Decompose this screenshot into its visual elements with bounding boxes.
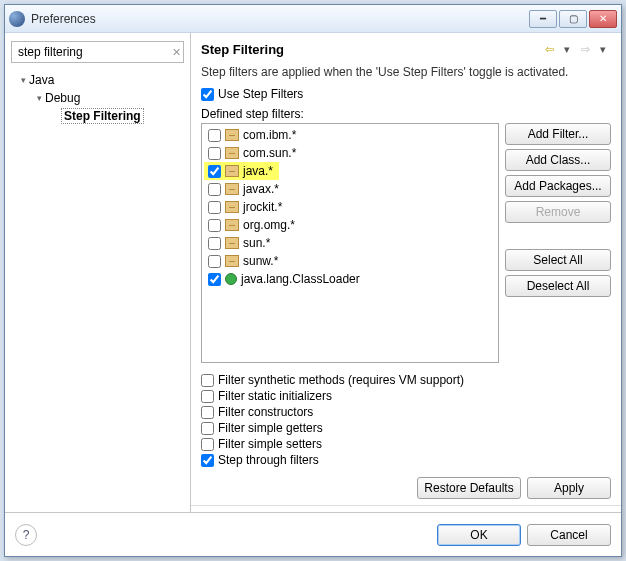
- filter-checkbox[interactable]: [208, 183, 221, 196]
- bottom-bar: ? OK Cancel: [5, 512, 621, 556]
- option-checkbox[interactable]: [201, 454, 214, 467]
- package-icon: [225, 129, 239, 141]
- nav-pane: ✕ ▾Java▾DebugStep Filtering: [5, 33, 191, 512]
- tree-twisty-icon[interactable]: ▾: [33, 93, 45, 103]
- filter-checkbox[interactable]: [208, 237, 221, 250]
- maximize-button[interactable]: ▢: [559, 10, 587, 28]
- option-checkbox[interactable]: [201, 390, 214, 403]
- option-label: Step through filters: [218, 453, 319, 467]
- defined-filters-list[interactable]: com.ibm.*com.sun.*java.*javax.*jrockit.*…: [201, 123, 499, 363]
- filter-checkbox[interactable]: [208, 129, 221, 142]
- filter-row[interactable]: sun.*: [204, 234, 496, 252]
- apply-button[interactable]: Apply: [527, 477, 611, 499]
- use-step-filters-row[interactable]: Use Step Filters: [201, 87, 611, 101]
- filter-options: Filter synthetic methods (requires VM su…: [201, 371, 611, 469]
- divider: [191, 505, 621, 506]
- package-icon: [225, 237, 239, 249]
- remove-button[interactable]: Remove: [505, 201, 611, 223]
- ok-button[interactable]: OK: [437, 524, 521, 546]
- package-icon: [225, 183, 239, 195]
- filter-label: com.sun.*: [243, 146, 296, 160]
- forward-button[interactable]: ⇨: [577, 41, 593, 57]
- package-icon: [225, 201, 239, 213]
- page-title: Step Filtering: [201, 42, 539, 57]
- page-pane: Step Filtering ⇦ ▾ ⇨ ▾ Step filters are …: [191, 33, 621, 512]
- add-filter-button[interactable]: Add Filter...: [505, 123, 611, 145]
- option-row[interactable]: Step through filters: [201, 453, 611, 467]
- option-row[interactable]: Filter simple getters: [201, 421, 611, 435]
- select-all-button[interactable]: Select All: [505, 249, 611, 271]
- option-row[interactable]: Filter static initializers: [201, 389, 611, 403]
- filter-label: sun.*: [243, 236, 270, 250]
- package-icon: [225, 219, 239, 231]
- option-checkbox[interactable]: [201, 422, 214, 435]
- titlebar[interactable]: Preferences ━ ▢ ✕: [5, 5, 621, 33]
- filter-checkbox[interactable]: [208, 147, 221, 160]
- option-row[interactable]: Filter simple setters: [201, 437, 611, 451]
- filter-label: java.*: [243, 164, 273, 178]
- clear-search-icon[interactable]: ✕: [170, 46, 183, 59]
- filter-row[interactable]: com.ibm.*: [204, 126, 496, 144]
- filter-label: org.omg.*: [243, 218, 295, 232]
- filter-row[interactable]: sunw.*: [204, 252, 496, 270]
- page-menu-icon[interactable]: ▾: [595, 41, 611, 57]
- option-checkbox[interactable]: [201, 374, 214, 387]
- cancel-button[interactable]: Cancel: [527, 524, 611, 546]
- filter-row[interactable]: javax.*: [204, 180, 496, 198]
- filter-checkbox[interactable]: [208, 255, 221, 268]
- filter-row[interactable]: java.lang.ClassLoader: [204, 270, 496, 288]
- filter-row[interactable]: com.sun.*: [204, 144, 496, 162]
- filter-label: sunw.*: [243, 254, 278, 268]
- back-button[interactable]: ⇦: [541, 41, 557, 57]
- tree-twisty-icon[interactable]: ▾: [17, 75, 29, 85]
- defined-filters-label: Defined step filters:: [201, 107, 611, 121]
- minimize-button[interactable]: ━: [529, 10, 557, 28]
- filter-checkbox[interactable]: [208, 273, 221, 286]
- preferences-tree[interactable]: ▾Java▾DebugStep Filtering: [11, 69, 184, 504]
- use-step-filters-checkbox[interactable]: [201, 88, 214, 101]
- back-menu-icon[interactable]: ▾: [559, 41, 575, 57]
- filter-search-input[interactable]: [16, 44, 170, 60]
- filter-label: java.lang.ClassLoader: [241, 272, 360, 286]
- add-class-button[interactable]: Add Class...: [505, 149, 611, 171]
- tree-item[interactable]: ▾Debug: [13, 89, 182, 107]
- option-label: Filter synthetic methods (requires VM su…: [218, 373, 464, 387]
- restore-defaults-button[interactable]: Restore Defaults: [417, 477, 521, 499]
- option-row[interactable]: Filter synthetic methods (requires VM su…: [201, 373, 611, 387]
- filter-search[interactable]: ✕: [11, 41, 184, 63]
- class-icon: [225, 273, 237, 285]
- preferences-window: Preferences ━ ▢ ✕ ✕ ▾Java▾DebugStep Filt…: [4, 4, 622, 557]
- filter-label: jrockit.*: [243, 200, 282, 214]
- window-title: Preferences: [31, 12, 529, 26]
- option-checkbox[interactable]: [201, 406, 214, 419]
- package-icon: [225, 147, 239, 159]
- package-icon: [225, 255, 239, 267]
- tree-item-label: Step Filtering: [61, 108, 144, 124]
- option-label: Filter simple getters: [218, 421, 323, 435]
- help-button[interactable]: ?: [15, 524, 37, 546]
- tree-item[interactable]: ▾Java: [13, 71, 182, 89]
- page-description: Step filters are applied when the 'Use S…: [201, 65, 611, 79]
- option-label: Filter simple setters: [218, 437, 322, 451]
- tree-item[interactable]: Step Filtering: [13, 107, 182, 125]
- option-row[interactable]: Filter constructors: [201, 405, 611, 419]
- filter-row[interactable]: org.omg.*: [204, 216, 496, 234]
- filter-checkbox[interactable]: [208, 201, 221, 214]
- option-checkbox[interactable]: [201, 438, 214, 451]
- filter-row[interactable]: java.*: [204, 162, 279, 180]
- filter-label: javax.*: [243, 182, 279, 196]
- filter-label: com.ibm.*: [243, 128, 296, 142]
- option-label: Filter static initializers: [218, 389, 332, 403]
- tree-item-label: Java: [29, 73, 54, 87]
- package-icon: [225, 165, 239, 177]
- add-packages-button[interactable]: Add Packages...: [505, 175, 611, 197]
- app-icon: [9, 11, 25, 27]
- filter-checkbox[interactable]: [208, 219, 221, 232]
- close-button[interactable]: ✕: [589, 10, 617, 28]
- use-step-filters-label: Use Step Filters: [218, 87, 303, 101]
- tree-item-label: Debug: [45, 91, 80, 105]
- filter-row[interactable]: jrockit.*: [204, 198, 496, 216]
- option-label: Filter constructors: [218, 405, 313, 419]
- filter-checkbox[interactable]: [208, 165, 221, 178]
- deselect-all-button[interactable]: Deselect All: [505, 275, 611, 297]
